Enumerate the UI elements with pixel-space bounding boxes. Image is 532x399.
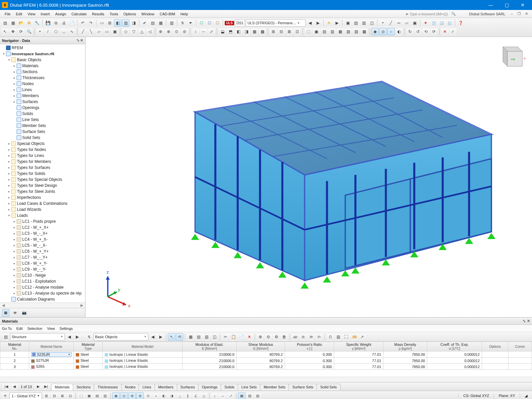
page-prev[interactable]: ◀ [11, 383, 18, 390]
ln-icon[interactable]: / [44, 28, 52, 35]
tree-node[interactable]: ▸Materials [0, 63, 85, 69]
snap6[interactable]: • [152, 392, 160, 399]
model-viewport[interactable]: z x y +Y -X [85, 37, 532, 317]
s21[interactable]: ↔ [219, 392, 226, 399]
view3-button[interactable]: ▥ [360, 19, 367, 27]
table-hscroll[interactable] [0, 377, 532, 382]
tree-node[interactable]: ▾Loads [0, 212, 85, 218]
undo-button[interactable]: ↶ [79, 19, 86, 27]
move-icon[interactable]: ✥ [9, 28, 17, 35]
table-tab[interactable]: Thicknesses [94, 384, 121, 390]
orientation-cube[interactable]: +Y -X [495, 41, 525, 71]
g3[interactable]: ⊠ [286, 28, 293, 35]
tree-node[interactable]: ▸Sections [0, 69, 85, 75]
g1[interactable]: ⊞ [270, 28, 277, 35]
navigator-tree[interactable]: RFEM▾Innovespace Sautron.rf6▾Basic Objec… [0, 44, 85, 303]
snap4[interactable]: ⊗ [136, 392, 144, 399]
f4[interactable]: ◨ [243, 28, 250, 35]
tree-node[interactable]: Calculation Diagrams [0, 296, 85, 302]
settings-wrench-button[interactable]: 🔧 [33, 19, 41, 27]
calc-partial-button[interactable]: ▤ [149, 19, 156, 27]
g2[interactable]: ⊟ [278, 28, 285, 35]
snap5[interactable]: ⊙ [144, 392, 152, 399]
scroll-right-icon[interactable]: ▶ [78, 303, 85, 308]
h8[interactable]: ▩ [360, 28, 368, 35]
dropdown-button[interactable]: ⏷ [187, 19, 194, 27]
cursor-button[interactable]: ▭ [98, 19, 105, 27]
tree-node[interactable]: ▸Types for Members [0, 159, 85, 165]
table-tab[interactable]: Lines [139, 384, 155, 390]
s8[interactable]: ▥ [101, 392, 109, 399]
surface-icon[interactable]: ▱ [403, 19, 410, 27]
menu-results[interactable]: Results [89, 11, 107, 17]
mat-goto[interactable]: Go To [2, 327, 12, 331]
crv-icon[interactable]: ∿ [68, 28, 75, 35]
next-case-button[interactable]: ▶ [314, 19, 322, 27]
menu-options[interactable]: Options [121, 11, 139, 17]
window-close-button[interactable]: ✕ [515, 0, 530, 10]
f1[interactable]: ⬓ [219, 28, 226, 35]
zoom-icon[interactable]: 🔍 [25, 28, 33, 35]
vis1[interactable]: ◉ [371, 28, 379, 35]
rc-button[interactable]: ⎔ [214, 19, 221, 27]
h7[interactable]: ▨ [352, 28, 360, 35]
menu-help[interactable]: Help [178, 11, 191, 17]
snap10[interactable]: ∥ [184, 392, 192, 399]
nav-button[interactable]: ⊞ [106, 19, 113, 27]
keyword-search[interactable]: Type a keyword (Alt+Q) [406, 12, 448, 16]
menu-edit[interactable]: Edit [13, 11, 25, 17]
tree-node[interactable]: Line Sets [0, 117, 85, 123]
tree-node[interactable]: ▸LC5 - W_-_X- [0, 242, 85, 248]
tree-node[interactable]: RFEM [0, 45, 85, 51]
c1[interactable]: ◇ [122, 28, 129, 35]
tree-node[interactable]: Openings [0, 105, 85, 111]
d2[interactable]: ⊗ [165, 28, 172, 35]
tree-node[interactable]: ▸Members [0, 93, 85, 99]
struct-dropdown[interactable]: Structure▼ [10, 333, 65, 340]
table-tab[interactable]: Member Sets [260, 384, 289, 390]
menu-calculate[interactable]: Calculate [69, 11, 89, 17]
table-tab[interactable]: Members [155, 384, 177, 390]
tree-node[interactable]: ▸Types for Solids [0, 171, 85, 177]
s1[interactable]: ⊞ [43, 392, 50, 399]
settings-gear-button[interactable]: ⚙ [25, 19, 33, 27]
j2[interactable]: ↺ [414, 28, 422, 35]
view1-button[interactable]: ▣ [344, 19, 351, 27]
c3[interactable]: △ [138, 28, 145, 35]
col-header[interactable]: Material Name [29, 342, 74, 351]
table-tab[interactable]: Nodes [121, 384, 139, 390]
anim-icon[interactable]: ▶ [333, 19, 340, 27]
h3[interactable]: ▤ [321, 28, 328, 35]
box2-icon[interactable]: ◲ [438, 19, 445, 27]
tree-node[interactable]: ▸Types for Nodes [0, 147, 85, 153]
tree-node[interactable]: ▸LC1 - Poids propre [0, 218, 85, 224]
new-block-button[interactable]: ▦ [9, 19, 17, 27]
window-maximize-button[interactable]: ▢ [499, 0, 514, 10]
status-resize-grip[interactable]: ◢ [520, 394, 527, 398]
table-tab[interactable]: Surface Sets [289, 384, 317, 390]
help-icon[interactable]: ❓ [457, 19, 464, 27]
f6[interactable]: ▩ [259, 28, 266, 35]
j4[interactable]: ⟳ [430, 28, 438, 35]
tree-node[interactable]: ▸LC7 - W_-_Y+ [0, 254, 85, 260]
snap2[interactable]: ◎ [120, 392, 128, 399]
tree-node[interactable]: Solids [0, 111, 85, 117]
struct-icon[interactable]: ▤ [2, 333, 9, 340]
menu-file[interactable]: File [2, 11, 13, 17]
tree-node[interactable]: ▸Surfaces [0, 99, 85, 105]
f5[interactable]: ▦ [251, 28, 258, 35]
materials-table[interactable]: MaterialNo.Material NameMaterialTypeMate… [0, 341, 532, 370]
vis3[interactable]: ○ [387, 28, 395, 35]
c2[interactable]: ▽ [130, 28, 137, 35]
tree-node[interactable]: ▸LC4 - W_+_X- [0, 236, 85, 242]
loading-button[interactable]: ↯ [179, 19, 186, 27]
axes-icon[interactable]: ✛ [1, 392, 9, 399]
s20[interactable]: ↕ [211, 392, 218, 399]
tree-node[interactable]: ▸Load Wizards [0, 206, 85, 212]
results-navigator-button[interactable]: ▥ [168, 19, 175, 27]
tree-node[interactable]: ▸Special Objects [0, 141, 85, 147]
scroll-left-icon[interactable]: ◀ [0, 303, 7, 308]
nav-close-icon[interactable]: ✕ [80, 38, 83, 43]
arc-icon[interactable]: ◡ [60, 28, 67, 35]
c4[interactable]: ◁ [146, 28, 153, 35]
